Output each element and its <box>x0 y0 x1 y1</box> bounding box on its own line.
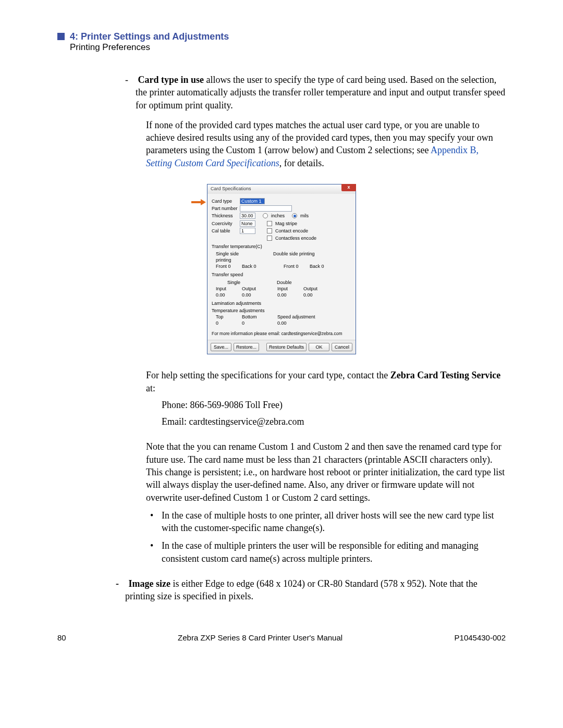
label-contact-encode: Contact encode <box>275 228 308 234</box>
val-front-1: 0 <box>228 264 231 269</box>
input-coercivity[interactable]: None <box>240 220 255 227</box>
help-bold: Zebra Card Testing Service <box>390 370 501 380</box>
label-lamination: Lamination adjustments <box>212 300 351 306</box>
ct-p2-b: , for details. <box>279 158 324 168</box>
dialog-title: Card Specifications <box>211 186 251 191</box>
sub2-text: In the case of multiple printers the use… <box>162 540 479 563</box>
help-paragraph: For help setting the specifications for … <box>146 369 506 394</box>
label-single: Single <box>227 279 240 286</box>
checkbox-contact-encode[interactable] <box>267 228 272 233</box>
label-temp-adj: Temperature adjustments <box>212 307 351 314</box>
chapter-title: 4: Printer Settings and Adjustments <box>70 31 229 42</box>
label-front-2: Front <box>284 264 295 269</box>
label-back-2: Back <box>310 264 320 269</box>
val-back-2: 0 <box>322 264 324 269</box>
page-header: 4: Printer Settings and Adjustments Prin… <box>57 31 506 53</box>
callout-arrow-icon <box>191 200 207 205</box>
val-output-1: 0.00 <box>242 292 263 298</box>
sub1-text: In the case of multiple hosts to one pri… <box>162 510 494 533</box>
val-back-1: 0 <box>254 264 256 269</box>
label-output-2: Output <box>303 286 324 292</box>
label-top: Top <box>216 314 237 320</box>
value-thickness: 30.00 <box>241 213 253 219</box>
cancel-button[interactable]: Cancel <box>332 343 352 351</box>
help-b: at: <box>146 383 155 393</box>
label-contactless-encode: Contactless encode <box>275 235 316 241</box>
label-transfer-temperature: Transfer temperature(C) <box>212 243 351 250</box>
label-inches: inches <box>271 213 285 219</box>
close-icon[interactable]: x <box>341 184 356 191</box>
link-setting-custom-card-spec[interactable]: Setting Custom Card Specifications <box>146 158 279 168</box>
dialog-title-bar: Card Specifications x <box>207 184 356 194</box>
save-button[interactable]: Save... <box>211 343 231 351</box>
checkbox-mag-stripe[interactable] <box>267 221 272 226</box>
label-double-side: Double side printing <box>273 251 315 263</box>
val-top: 0 <box>216 320 237 326</box>
label-back-1: Back <box>242 264 252 269</box>
bullet-card-type-in-use: - Card type in use allows the user to sp… <box>136 73 506 112</box>
val-speed: 0.00 <box>277 320 298 326</box>
image-size-bold: Image size <box>129 578 170 589</box>
radio-mils[interactable] <box>292 213 297 218</box>
label-transfer-speed: Transfer speed <box>212 272 351 278</box>
label-bottom: Bottom <box>242 314 263 320</box>
label-input-2: Input <box>277 286 298 292</box>
label-cal-table: Cal table <box>212 228 238 234</box>
val-bottom: 0 <box>242 320 263 326</box>
label-input-1: Input <box>216 286 237 292</box>
label-part-number: Part number <box>212 205 238 212</box>
restore-defaults-button[interactable]: Restore Defaults <box>266 343 307 351</box>
radio-inches[interactable] <box>263 213 268 218</box>
header-accent <box>57 33 65 40</box>
link-sep: , <box>476 145 479 155</box>
email-line: Email: cardtestingservice@zebra.com <box>162 415 506 428</box>
input-thickness[interactable]: 30.00 <box>240 213 255 219</box>
card-specifications-dialog: Card Specifications x Card type Custom 1… <box>207 184 356 354</box>
input-part-number[interactable] <box>240 205 292 212</box>
value-coercivity: None <box>241 220 253 227</box>
footer-right: P1045430-002 <box>455 633 506 642</box>
sub-bullet-1: •In the case of multiple hosts to one pr… <box>162 509 506 535</box>
sub-bullet-2: •In the case of multiple printers the us… <box>162 539 506 565</box>
value-card-type: Custom 1 <box>241 198 262 204</box>
checkbox-contactless-encode[interactable] <box>267 236 272 241</box>
ok-button[interactable]: OK <box>309 343 329 351</box>
label-thickness: Thickness <box>212 213 238 219</box>
label-mils: mils <box>300 213 309 219</box>
phone-line: Phone: 866-569-9086 Toll Free) <box>162 399 506 411</box>
restore-button[interactable]: Restore... <box>234 343 259 351</box>
val-front-2: 0 <box>296 264 299 269</box>
dialog-info-line: For more information please email: cardt… <box>212 331 351 337</box>
input-cal-table[interactable]: 1 <box>240 228 255 234</box>
label-single-side: Single side printing <box>216 251 252 263</box>
image-size-rest: is either Edge to edge (648 x 1024) or C… <box>125 578 478 601</box>
label-coercivity: Coercivity <box>212 220 238 227</box>
page-number: 80 <box>57 633 66 642</box>
input-card-type[interactable]: Custom 1 <box>240 198 265 204</box>
section-title: Printing Preferences <box>70 42 229 53</box>
card-type-bold: Card type in use <box>138 75 204 85</box>
card-type-paragraph-2: If none of the provided card types match… <box>146 119 506 169</box>
bullet-image-size: - Image size is either Edge to edge (648… <box>125 577 506 603</box>
link-appendix-b[interactable]: Appendix B <box>431 145 476 155</box>
label-mag-stripe: Mag stripe <box>275 220 297 227</box>
help-a: For help setting the specifications for … <box>146 370 390 380</box>
val-output-2: 0.00 <box>303 292 324 298</box>
val-input-2: 0.00 <box>277 292 298 298</box>
page-footer: 80 Zebra ZXP Series 8 Card Printer User'… <box>57 633 506 642</box>
value-cal-table: 1 <box>241 228 244 234</box>
label-double: Double <box>277 279 292 286</box>
note-paragraph: Note that the you can rename Custom 1 an… <box>146 440 506 503</box>
val-input-1: 0.00 <box>216 292 237 298</box>
label-front-1: Front <box>216 264 227 269</box>
footer-center: Zebra ZXP Series 8 Card Printer User's M… <box>178 633 342 642</box>
label-output-1: Output <box>242 286 263 292</box>
label-card-type: Card type <box>212 198 238 204</box>
label-speed-adj: Speed adjustment <box>277 314 315 320</box>
